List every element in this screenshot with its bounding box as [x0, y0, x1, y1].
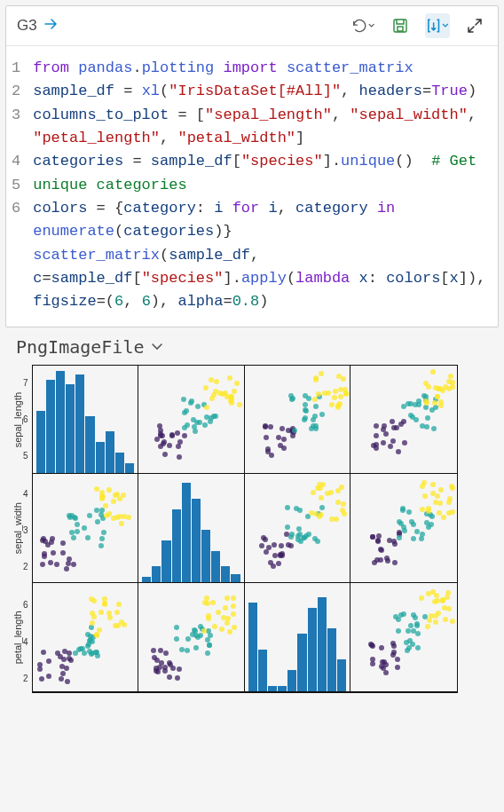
- scatter-cell: [245, 474, 351, 583]
- toolbar: [350, 13, 487, 38]
- scatter-matrix: sepal_lengthsepal_widthpetal_length 7654…: [0, 365, 504, 697]
- cell-reference[interactable]: G3: [17, 17, 60, 35]
- scatter-cell: [33, 474, 139, 583]
- scatter-cell: [138, 583, 245, 692]
- expand-button[interactable]: [462, 13, 487, 38]
- axis-label: sepal_width: [12, 474, 23, 583]
- scatter-cell: [350, 366, 457, 475]
- code-editor[interactable]: 1 2 3 4 5 6 from pandas.plotting import …: [6, 46, 498, 323]
- svg-rect-0: [394, 20, 406, 32]
- scatter-cell: [33, 583, 139, 692]
- scatter-matrix-grid: [32, 365, 458, 693]
- y-axis-ticks: 765432642: [23, 365, 32, 697]
- axis-label: sepal_length: [12, 365, 23, 474]
- hist-cell: [33, 366, 139, 475]
- line-gutter: 1 2 3 4 5 6: [12, 57, 33, 314]
- python-panel: G3 1 2 3 4 5 6 from pandas.pl: [5, 5, 499, 327]
- panel-header: G3: [6, 6, 498, 46]
- y-axis-labels: sepal_lengthsepal_widthpetal_length: [12, 365, 23, 697]
- goto-arrow-icon: [43, 17, 60, 35]
- scatter-cell: [138, 366, 245, 475]
- scatter-cell: [245, 366, 351, 475]
- output-title[interactable]: PngImageFile: [0, 333, 504, 365]
- hist-cell: [245, 583, 351, 692]
- save-button[interactable]: [388, 13, 413, 38]
- axis-label: petal_length: [12, 583, 23, 692]
- undo-button[interactable]: [350, 13, 375, 38]
- scatter-cell: [350, 474, 457, 583]
- chevron-down-icon: [150, 337, 164, 356]
- output-type-button[interactable]: [425, 13, 450, 38]
- scatter-cell: [350, 583, 457, 692]
- code-content[interactable]: from pandas.plotting import scatter_matr…: [33, 57, 492, 314]
- cell-ref-text: G3: [17, 17, 37, 35]
- svg-rect-1: [398, 27, 403, 31]
- hist-cell: [138, 474, 245, 583]
- output-title-text: PngImageFile: [16, 336, 145, 358]
